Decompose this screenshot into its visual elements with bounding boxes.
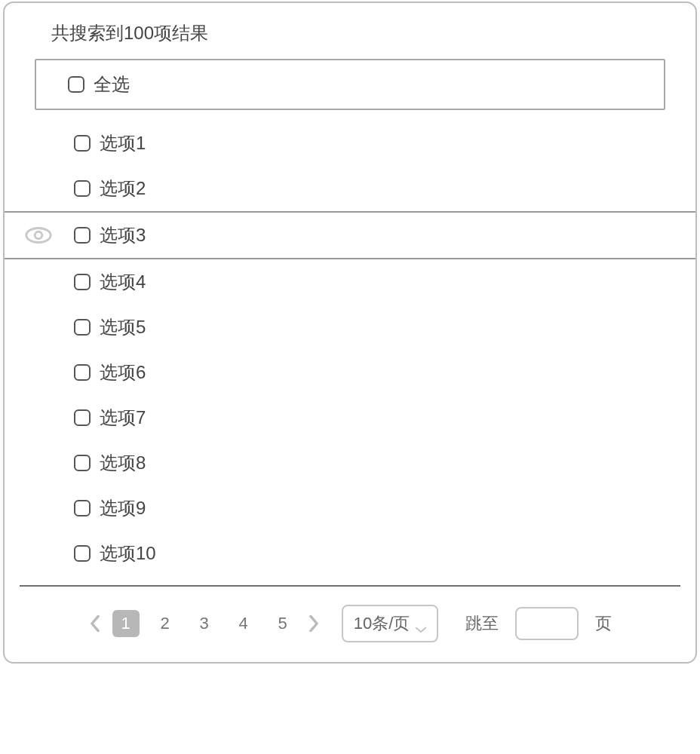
- checkbox-icon[interactable]: [74, 180, 91, 197]
- page-number[interactable]: 1: [112, 610, 140, 637]
- jump-input[interactable]: [515, 607, 579, 640]
- option-label: 选项6: [100, 360, 146, 385]
- list-item[interactable]: 选项3: [5, 211, 695, 259]
- option-label: 选项3: [100, 223, 146, 247]
- list-item[interactable]: 选项7: [5, 395, 695, 440]
- results-panel: 共搜索到100项结果 全选 选项1选项2选项3选项4选项5选项6选项7选项8选项…: [3, 2, 697, 664]
- option-label: 选项1: [100, 131, 146, 155]
- page-number[interactable]: 5: [269, 610, 296, 637]
- option-label: 选项4: [100, 270, 146, 294]
- next-page-icon[interactable]: [307, 617, 321, 630]
- list-item[interactable]: 选项5: [5, 305, 695, 350]
- pagination: 12345 10条/页 跳至 页: [5, 605, 695, 642]
- list-item[interactable]: 选项4: [5, 259, 695, 305]
- checkbox-icon[interactable]: [74, 364, 91, 381]
- svg-point-0: [26, 228, 51, 243]
- page-number[interactable]: 3: [191, 610, 218, 637]
- option-label: 选项2: [100, 176, 146, 201]
- checkbox-icon[interactable]: [74, 274, 91, 290]
- list-item[interactable]: 选项6: [5, 350, 695, 395]
- select-all-box[interactable]: 全选: [35, 59, 665, 110]
- jump-suffix: 页: [595, 612, 612, 635]
- checkbox-icon[interactable]: [74, 319, 91, 336]
- option-label: 选项5: [100, 315, 146, 339]
- select-all-label: 全选: [94, 72, 130, 97]
- option-label: 选项7: [100, 406, 146, 430]
- list-item[interactable]: 选项9: [5, 486, 695, 531]
- page-number[interactable]: 4: [230, 610, 257, 637]
- option-label: 选项8: [100, 451, 146, 475]
- option-label: 选项10: [100, 541, 156, 566]
- option-label: 选项9: [100, 496, 146, 520]
- chevron-down-icon: [416, 618, 426, 629]
- prev-page-icon[interactable]: [88, 617, 102, 630]
- page-size-label: 10条/页: [354, 612, 410, 635]
- divider: [20, 585, 680, 587]
- eye-icon[interactable]: [24, 226, 53, 244]
- page-size-select[interactable]: 10条/页: [342, 605, 439, 642]
- list-item[interactable]: 选项2: [5, 166, 695, 211]
- list-item[interactable]: 选项10: [5, 531, 695, 576]
- checkbox-icon[interactable]: [74, 455, 91, 471]
- svg-point-1: [35, 231, 42, 239]
- checkbox-icon[interactable]: [74, 135, 91, 152]
- list-item[interactable]: 选项1: [5, 121, 695, 166]
- results-count: 共搜索到100项结果: [5, 21, 695, 59]
- options-list: 选项1选项2选项3选项4选项5选项6选项7选项8选项9选项10: [5, 121, 695, 576]
- checkbox-icon[interactable]: [74, 409, 91, 426]
- checkbox-icon[interactable]: [74, 227, 91, 244]
- checkbox-icon[interactable]: [68, 76, 84, 93]
- checkbox-icon[interactable]: [74, 545, 91, 562]
- page-number[interactable]: 2: [152, 610, 179, 637]
- jump-label: 跳至: [465, 612, 499, 635]
- list-item[interactable]: 选项8: [5, 440, 695, 486]
- checkbox-icon[interactable]: [74, 500, 91, 516]
